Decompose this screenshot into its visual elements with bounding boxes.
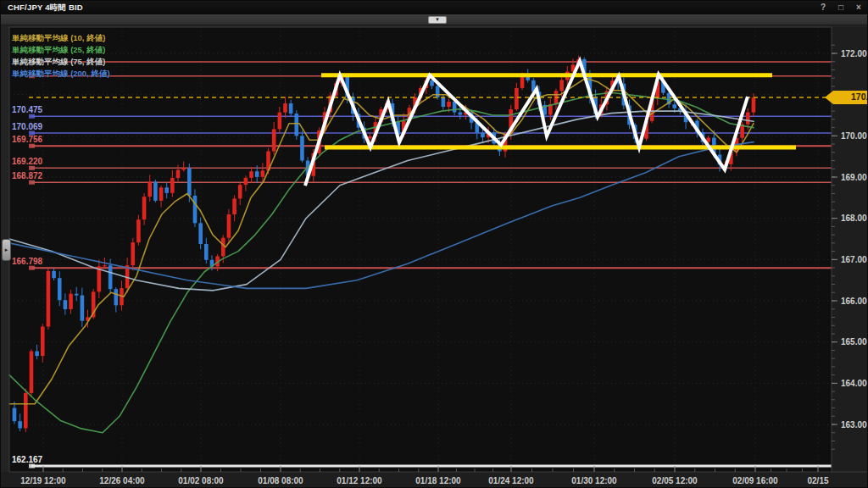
candle-body [300, 136, 304, 160]
candle-body [515, 88, 519, 109]
time-axis-label: 02/15 [807, 476, 828, 485]
toolbar-collapse-button[interactable]: ▼ [428, 16, 447, 24]
maximize-button[interactable]: □ [836, 2, 846, 13]
candle-body [136, 219, 141, 242]
candle-body [159, 187, 164, 201]
price-axis-label: 164.000 [841, 379, 868, 388]
window-controls: ? □ × [818, 2, 864, 13]
time-axis-label: 01/02 08:00 [178, 476, 224, 485]
candle-body [232, 198, 236, 214]
price-level-label: 166.798 [12, 257, 43, 266]
price-level-label: 168.872 [12, 171, 43, 180]
candle-body [58, 278, 62, 300]
time-axis-label: 12/26 04:00 [99, 476, 145, 485]
price-axis-label: 170.000 [841, 131, 868, 141]
candle-body [41, 327, 45, 357]
indicator-legend: 単純移動平均線 (10, 終値) 単純移動平均線 (25, 終値) 単純移動平均… [12, 32, 110, 80]
candle-body [204, 244, 209, 260]
candle-body [108, 265, 113, 289]
price-axis-label: 165.000 [841, 337, 868, 347]
candle-body [746, 113, 750, 125]
time-axis-label: 01/30 12:00 [571, 476, 617, 485]
current-price-tag: 170.933 [825, 91, 868, 104]
level-drag-handle[interactable] [29, 144, 35, 148]
candle-body [278, 113, 282, 130]
price-tag-value: 170.933 [851, 92, 868, 102]
candle-body [181, 168, 186, 169]
candle-body [368, 136, 372, 139]
candle-body [18, 421, 22, 428]
candle-body [187, 168, 192, 196]
candle-body [261, 170, 265, 177]
candle-body [436, 86, 440, 97]
candle-body [114, 289, 119, 305]
panel-splitter-handle[interactable]: ▸ [2, 239, 11, 261]
candle-body [520, 76, 525, 88]
time-axis-label: 12/19 12:00 [20, 476, 66, 485]
price-axis-label: 172.000 [841, 49, 868, 58]
candle-body [459, 113, 463, 115]
price-axis-label: 168.000 [841, 214, 868, 223]
candle-body [193, 196, 198, 223]
candle-body [164, 187, 169, 192]
time-axis-label: 01/24 12:00 [488, 476, 534, 485]
window-title: CHF/JPY 4時間 BID [1, 3, 83, 14]
time-axis-label: 01/12 12:00 [337, 476, 382, 485]
level-drag-handle[interactable] [29, 114, 35, 119]
legend-sma25: 単純移動平均線 (25, 終値) [12, 44, 110, 56]
candle-body [752, 97, 756, 112]
candle-body [24, 393, 28, 429]
candle-body [147, 181, 152, 197]
candle-body [430, 80, 434, 86]
level-drag-handle[interactable] [29, 166, 35, 170]
candle-body [481, 133, 485, 137]
candle-body [153, 181, 158, 200]
candle-body [283, 103, 287, 113]
candle-body [453, 102, 457, 113]
close-button[interactable]: × [854, 2, 864, 13]
title-bar: CHF/JPY 4時間 BID ? □ × [1, 1, 868, 14]
candle-body [75, 294, 79, 296]
level-drag-handle[interactable] [29, 464, 35, 469]
price-axis-label: 163.000 [841, 420, 868, 430]
candle-body [295, 114, 299, 136]
candle-body [447, 102, 451, 107]
chart-window: CHF/JPY 4時間 BID ? □ × ▼ 170.475170.06916… [0, 0, 868, 488]
level-drag-handle[interactable] [29, 180, 35, 185]
time-axis-label: 02/09 16:00 [732, 476, 778, 485]
candle-body [255, 171, 259, 177]
candle-body [559, 80, 564, 91]
legend-sma200: 単純移動平均線 (200, 終値) [12, 68, 110, 80]
legend-sma10: 単純移動平均線 (10, 終値) [12, 32, 110, 44]
price-level-label: 170.069 [12, 122, 43, 131]
candle-body [170, 178, 175, 193]
price-level-label: 169.220 [12, 157, 43, 166]
candle-body [244, 178, 248, 185]
price-level-label: 170.475 [12, 105, 43, 114]
candle-body [103, 265, 107, 266]
time-axis-label: 02/05 12:00 [652, 476, 698, 485]
candle-body [227, 214, 231, 238]
candle-body [35, 352, 39, 357]
price-axis-label: 167.000 [841, 255, 868, 264]
candle-body [64, 300, 68, 309]
price-level-label: 169.756 [12, 135, 43, 144]
price-chart-canvas[interactable]: 170.475170.069169.756169.220168.872166.7… [1, 1, 868, 488]
candle-body [13, 408, 17, 422]
candle-body [289, 103, 293, 114]
legend-sma75: 単純移動平均線 (75, 終値) [12, 56, 110, 68]
candle-body [131, 242, 135, 265]
candle-body [249, 171, 253, 178]
help-button[interactable]: ? [818, 2, 828, 13]
candle-body [198, 223, 203, 244]
candle-body [30, 352, 34, 393]
time-axis-label: 01/08 08:00 [258, 476, 303, 485]
candle-body [672, 104, 676, 108]
candle-body [272, 129, 276, 151]
candle-body [81, 296, 85, 321]
candle-body [52, 271, 56, 278]
time-axis-label: 01/18 12:00 [415, 476, 461, 485]
price-level-label: 162.167 [12, 455, 43, 464]
level-drag-handle[interactable] [29, 266, 35, 270]
toolbar-strip: ▼ [1, 14, 868, 25]
